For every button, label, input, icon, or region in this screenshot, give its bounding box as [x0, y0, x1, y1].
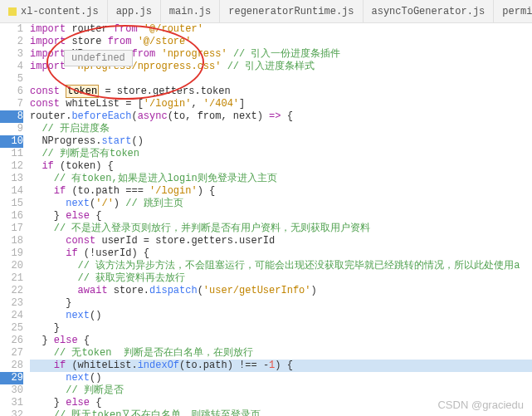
tab-xl-content[interactable]: xl-content.js: [0, 0, 108, 22]
line-number[interactable]: 4: [0, 61, 23, 73]
code-line[interactable]: // 有token,如果是进入login则免登录进入主页: [30, 173, 532, 185]
code-line[interactable]: // 获取完资料再去放行: [30, 272, 532, 285]
code-line[interactable]: router.beforeEach(async(to, from, next) …: [30, 110, 532, 123]
tab-label: main.js: [169, 6, 211, 17]
line-number[interactable]: 26: [0, 335, 23, 347]
code-line[interactable]: // 无token 判断是否在白名单，在则放行: [30, 347, 532, 360]
line-number[interactable]: 12: [0, 160, 23, 173]
code-line[interactable]: // 开启进度条: [30, 123, 532, 135]
code-line[interactable]: if (to.path === '/login') {: [30, 185, 532, 198]
tab-label: regeneratorRuntime.js: [228, 6, 354, 17]
code-line[interactable]: const token = store.getters.token: [30, 86, 532, 98]
code-line[interactable]: const whiteList = ['/login', '/404']: [30, 98, 532, 110]
line-number[interactable]: 6: [0, 86, 23, 98]
line-number[interactable]: 3: [0, 48, 23, 61]
tab-label: xl-content.js: [21, 6, 99, 17]
line-number[interactable]: 32: [0, 409, 23, 416]
js-file-icon: [8, 7, 17, 16]
tab-regenerator[interactable]: regeneratorRuntime.js: [220, 0, 363, 22]
tab-main[interactable]: main.js: [161, 0, 220, 22]
line-number[interactable]: 16: [0, 210, 23, 223]
line-number[interactable]: 27: [0, 347, 23, 360]
code-line[interactable]: NProgress.start(): [30, 135, 532, 148]
tab-label: asyncToGenerator.js: [372, 6, 486, 17]
line-number[interactable]: 7: [0, 98, 23, 110]
code-line[interactable]: // 该方法为异步方法，不会阻塞运行，可能会出现还没获取完毕就已经跳转的情况，所…: [30, 260, 532, 272]
code-line[interactable]: } else {: [30, 397, 532, 409]
line-number[interactable]: 17: [0, 223, 23, 235]
code-line[interactable]: } else {: [30, 210, 532, 223]
line-number[interactable]: 24: [0, 310, 23, 322]
line-number[interactable]: 29: [0, 372, 23, 384]
code-area[interactable]: undefined import router from '@/router'i…: [30, 23, 532, 416]
line-number[interactable]: 30: [0, 384, 23, 397]
code-line[interactable]: import store from '@/store': [30, 36, 532, 48]
code-line[interactable]: } else {: [30, 335, 532, 347]
line-number[interactable]: 19: [0, 247, 23, 260]
line-number[interactable]: 8: [0, 110, 23, 123]
code-line[interactable]: next('/') // 跳到主页: [30, 198, 532, 210]
code-line[interactable]: const userId = store.getters.userId: [30, 235, 532, 247]
code-line[interactable]: // 既无token又不在白名单，则跳转至登录页: [30, 409, 532, 416]
svg-rect-0: [8, 7, 17, 16]
tab-permission[interactable]: permission.js: [494, 0, 532, 22]
line-number[interactable]: 31: [0, 397, 23, 409]
code-line[interactable]: if (token) {: [30, 160, 532, 173]
line-number[interactable]: 22: [0, 285, 23, 297]
hover-tooltip: undefined: [64, 50, 133, 66]
code-line[interactable]: if (!userId) {: [30, 247, 532, 260]
tab-app[interactable]: app.js: [108, 0, 161, 22]
line-number[interactable]: 15: [0, 198, 23, 210]
line-number[interactable]: 10: [0, 135, 23, 148]
code-line[interactable]: // 不是进入登录页则放行，并判断是否有用户资料，无则获取用户资料: [30, 223, 532, 235]
line-number[interactable]: 5: [0, 73, 23, 86]
code-line[interactable]: if (whiteList.indexOf(to.path) !== -1) {: [30, 360, 532, 372]
code-line[interactable]: next(): [30, 310, 532, 322]
code-line[interactable]: next(): [30, 372, 532, 384]
line-number[interactable]: 13: [0, 173, 23, 185]
line-number[interactable]: 21: [0, 272, 23, 285]
line-number[interactable]: 18: [0, 235, 23, 247]
code-line[interactable]: // 判断是否有token: [30, 148, 532, 160]
tab-label: app.js: [116, 6, 152, 17]
line-number-gutter: 1234567891011121314151617181920212223242…: [0, 23, 30, 416]
line-number[interactable]: 9: [0, 123, 23, 135]
line-number[interactable]: 11: [0, 148, 23, 160]
line-number[interactable]: 20: [0, 260, 23, 272]
code-line[interactable]: await store.dispatch('user/getUserInfo'): [30, 285, 532, 297]
code-editor[interactable]: 1234567891011121314151617181920212223242…: [0, 23, 532, 416]
code-line[interactable]: }: [30, 297, 532, 310]
line-number[interactable]: 14: [0, 185, 23, 198]
line-number[interactable]: 1: [0, 23, 23, 36]
line-number[interactable]: 25: [0, 322, 23, 335]
line-number[interactable]: 2: [0, 36, 23, 48]
line-number[interactable]: 28: [0, 360, 23, 372]
tab-label: permission.js: [502, 6, 532, 17]
code-line[interactable]: // 判断是否: [30, 384, 532, 397]
tab-bar: xl-content.js app.js main.js regenerator…: [0, 0, 532, 23]
line-number[interactable]: 23: [0, 297, 23, 310]
code-line[interactable]: [30, 73, 532, 86]
code-line[interactable]: import router from '@/router': [30, 23, 532, 36]
tab-asynctogen[interactable]: asyncToGenerator.js: [364, 0, 495, 22]
code-line[interactable]: }: [30, 322, 532, 335]
